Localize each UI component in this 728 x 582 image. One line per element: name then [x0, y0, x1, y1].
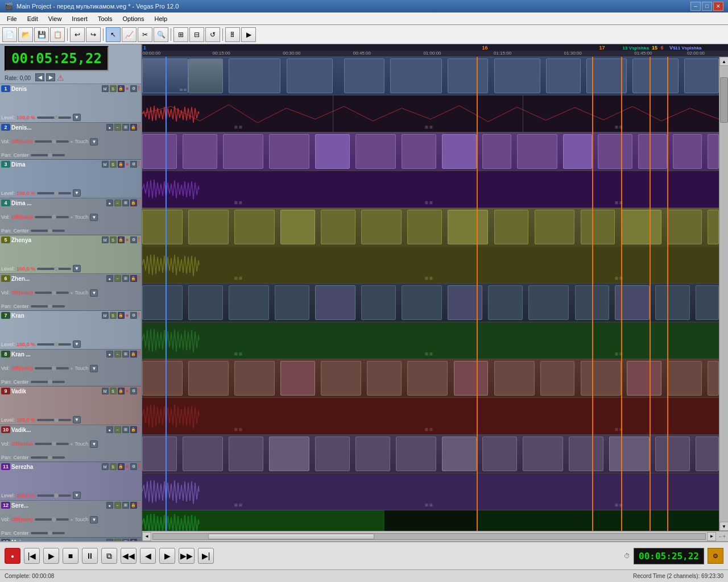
snap-button[interactable]: ⊞	[173, 27, 188, 42]
track-solo-1[interactable]: S	[110, 85, 117, 92]
track-ctrl1-3[interactable]: ⚙	[130, 161, 137, 168]
track-touch-btn-12[interactable]: ▼	[90, 516, 98, 523]
track-level-slider-3[interactable]	[37, 192, 71, 194]
undo-button[interactable]: ↩	[70, 27, 85, 42]
grid-button[interactable]: ⊟	[189, 27, 204, 42]
track-solo-6[interactable]: ~	[114, 275, 121, 282]
track-ctrl1-7[interactable]: ⚙	[130, 312, 137, 319]
track-mute-7[interactable]: M	[102, 312, 109, 319]
vscroll-down-btn[interactable]: ▼	[719, 522, 728, 531]
track-lock-12[interactable]: 🔒	[130, 502, 137, 509]
prev-frame-button[interactable]: ◀◀	[121, 548, 136, 564]
zoom-out-icon[interactable]: −	[718, 534, 721, 539]
track-mute-6[interactable]: ●	[106, 275, 113, 282]
track-lock-2[interactable]: 🔒	[130, 124, 137, 131]
prev-button[interactable]: ◀	[140, 548, 156, 564]
track-pan-slider-12[interactable]	[31, 532, 65, 534]
track-lock-10[interactable]: 🔒	[130, 426, 137, 433]
menu-file[interactable]: File	[2, 14, 22, 23]
track-ctrl-12[interactable]: ⊞	[122, 502, 129, 509]
menu-view[interactable]: View	[44, 14, 67, 23]
track-expand-5[interactable]: ▼	[73, 265, 81, 272]
vscroll-up-btn[interactable]: ▲	[719, 57, 728, 66]
track-expand-1[interactable]: ▼	[73, 114, 81, 121]
menu-tools[interactable]: Tools	[93, 14, 117, 23]
track-solo-9[interactable]: S	[110, 388, 117, 394]
track-vol-slider-2[interactable]	[35, 140, 69, 143]
maximize-button[interactable]: □	[702, 2, 712, 11]
track-ctrl1-11[interactable]: ⚙	[130, 463, 137, 470]
menu-help[interactable]: Help	[150, 14, 172, 23]
minimize-button[interactable]: ─	[690, 2, 701, 11]
hscroll-right-btn[interactable]: ►	[707, 532, 716, 541]
track-touch-btn-2[interactable]: ▼	[90, 138, 98, 146]
vscroll-track[interactable]	[719, 66, 728, 522]
track-level-slider-9[interactable]	[37, 419, 71, 421]
timecode-settings-button[interactable]: ⚙	[708, 548, 723, 564]
track-pan-slider-4[interactable]	[31, 230, 65, 232]
track-solo-4[interactable]: ~	[114, 199, 121, 206]
pause-button[interactable]: ⏸	[82, 548, 98, 564]
mixer-button[interactable]: 🎚	[225, 27, 240, 42]
track-touch-btn-10[interactable]: ▼	[90, 440, 98, 448]
track-mute-10[interactable]: ●	[106, 426, 113, 433]
track-solo-10[interactable]: ~	[114, 426, 121, 433]
track-touch-btn-4[interactable]: ▼	[90, 214, 98, 221]
hscroll-track[interactable]	[152, 533, 706, 540]
track-expand-7[interactable]: ▼	[73, 340, 81, 348]
track-lock-11[interactable]: 🔒	[118, 463, 125, 470]
track-mute-5[interactable]: M	[102, 236, 109, 243]
track-lock-4[interactable]: 🔒	[130, 199, 137, 206]
new-button[interactable]: 📄	[2, 27, 17, 42]
track-solo-8[interactable]: ~	[114, 351, 121, 357]
zoom-in-icon[interactable]: +	[723, 534, 726, 539]
redo-button[interactable]: ↪	[86, 27, 101, 42]
edit-tool[interactable]: ✂	[138, 27, 152, 42]
menu-insert[interactable]: Insert	[67, 14, 92, 23]
track-lock-6[interactable]: 🔒	[130, 275, 137, 282]
track-vol-slider-12[interactable]	[35, 518, 69, 521]
tracks-scrollable[interactable]: ⊞ ⊞	[142, 57, 728, 531]
track-solo-11[interactable]: S	[110, 463, 117, 470]
track-lock-7[interactable]: 🔒	[118, 312, 125, 319]
track-mute-12[interactable]: ●	[106, 502, 113, 509]
track-ctrl-2[interactable]: ⊞	[122, 124, 129, 131]
track-touch-btn-8[interactable]: ▼	[90, 365, 98, 372]
track-expand-11[interactable]: ▼	[73, 492, 81, 499]
track-solo-3[interactable]: S	[110, 161, 117, 168]
add-track-left[interactable]: ◀	[35, 73, 44, 81]
track-pan-slider-6[interactable]	[31, 305, 65, 307]
track-mute-2[interactable]: ●	[106, 124, 113, 131]
menu-options[interactable]: Options	[118, 14, 149, 23]
save-as-button[interactable]: 📋	[50, 27, 65, 42]
track-level-slider-1[interactable]	[37, 117, 71, 119]
zoom-tool[interactable]: 🔍	[154, 27, 168, 42]
track-ctrl1-5[interactable]: ⚙	[130, 236, 137, 243]
end-button[interactable]: ▶|	[198, 548, 214, 564]
track-pan-slider-8[interactable]	[31, 381, 65, 383]
track-mute-8[interactable]: ●	[106, 351, 113, 357]
save-button[interactable]: 💾	[34, 27, 49, 42]
record-button[interactable]: ●	[5, 548, 20, 564]
open-button[interactable]: 📂	[18, 27, 33, 42]
track-touch-btn-6[interactable]: ▼	[90, 289, 98, 297]
track-expand-3[interactable]: ▼	[73, 189, 81, 197]
track-ctrl-6[interactable]: ⊞	[122, 275, 129, 282]
track-ctrl-10[interactable]: ⊞	[122, 426, 129, 433]
track-lock-1[interactable]: 🔒	[118, 85, 125, 92]
track-vol-slider-10[interactable]	[35, 443, 69, 445]
track-vol-slider-6[interactable]	[35, 292, 69, 294]
track-level-slider-11[interactable]	[37, 494, 71, 497]
track-mute-1[interactable]: M	[102, 85, 109, 92]
envelope-tool[interactable]: 📈	[122, 27, 136, 42]
track-vol-slider-4[interactable]	[35, 216, 69, 218]
add-track-right[interactable]: ▶	[46, 73, 55, 81]
cursor-tool[interactable]: ↖	[106, 27, 121, 42]
menu-edit[interactable]: Edit	[23, 14, 43, 23]
track-ctrl-8[interactable]: ⊞	[122, 351, 129, 357]
track-solo-2[interactable]: ~	[114, 124, 121, 131]
track-ctrl1-1[interactable]: ⚙	[130, 85, 137, 92]
next-frame-button[interactable]: ▶▶	[179, 548, 195, 564]
play-button[interactable]: ▶	[43, 548, 59, 564]
track-expand-9[interactable]: ▼	[73, 416, 81, 423]
